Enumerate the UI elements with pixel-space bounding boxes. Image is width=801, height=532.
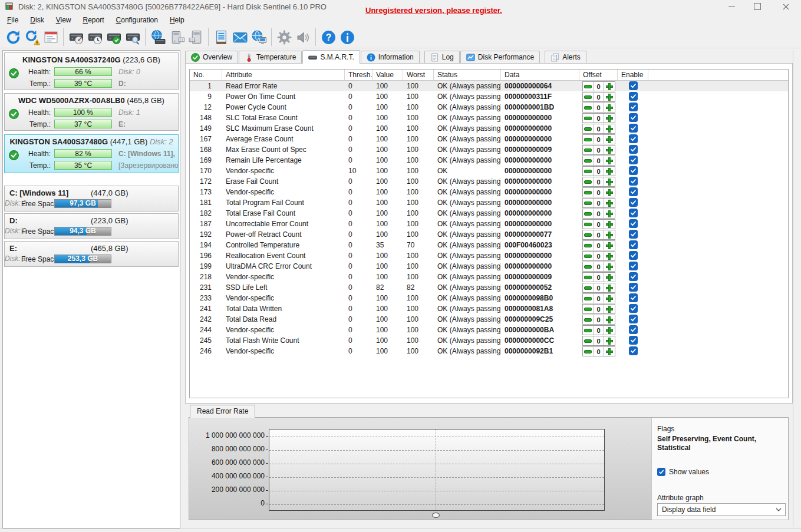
offset-decrease-button[interactable]	[583, 262, 594, 271]
offset-value[interactable]: 0	[594, 135, 604, 144]
enable-checkbox[interactable]	[629, 230, 638, 239]
tab-temperature[interactable]: Temperature	[239, 51, 302, 64]
offset-value[interactable]: 0	[594, 347, 604, 356]
report-window-icon[interactable]	[41, 28, 60, 47]
column-header[interactable]: Thresh...	[345, 70, 373, 80]
enable-checkbox[interactable]	[629, 177, 638, 186]
offset-increase-button[interactable]	[604, 124, 615, 133]
offset-value[interactable]: 0	[594, 220, 604, 229]
table-row[interactable]: 199UltraDMA CRC Error Count0100100OK (Al…	[190, 261, 788, 272]
offset-decrease-button[interactable]	[583, 252, 594, 260]
menu-file[interactable]: File	[1, 14, 24, 26]
table-row[interactable]: 245Total Flash Write Count0100100OK (Alw…	[190, 335, 788, 346]
offset-increase-button[interactable]	[604, 273, 615, 282]
attribute-graph-dropdown[interactable]: Display data field	[657, 503, 786, 516]
chart-slider-handle[interactable]	[432, 513, 440, 518]
offset-increase-button[interactable]	[604, 209, 615, 218]
column-header[interactable]: Value	[373, 70, 403, 80]
offset-value[interactable]: 0	[594, 336, 604, 345]
table-row[interactable]: 244Vendor-specific0100100OK (Always pass…	[190, 325, 788, 335]
offset-increase-button[interactable]	[604, 241, 615, 250]
offset-value[interactable]: 0	[594, 124, 604, 133]
offset-decrease-button[interactable]	[583, 199, 594, 207]
refresh-icon[interactable]	[4, 28, 22, 47]
enable-checkbox[interactable]	[629, 293, 638, 302]
column-header[interactable]: Status	[434, 70, 501, 80]
offset-increase-button[interactable]	[604, 347, 615, 356]
offset-increase-button[interactable]	[604, 167, 615, 176]
offset-value[interactable]: 0	[594, 315, 604, 324]
close-button[interactable]	[776, 0, 796, 13]
offset-value[interactable]: 0	[594, 262, 604, 271]
table-row[interactable]: 246Vendor-specific0100100OK (Always pass…	[190, 346, 788, 356]
maximize-button[interactable]	[747, 0, 767, 13]
offset-value[interactable]: 0	[594, 294, 604, 303]
offset-value[interactable]: 0	[594, 92, 604, 101]
enable-checkbox[interactable]	[629, 145, 638, 154]
enable-checkbox[interactable]	[629, 262, 638, 270]
offset-increase-button[interactable]	[604, 230, 615, 239]
offset-increase-button[interactable]	[604, 252, 615, 260]
offset-increase-button[interactable]	[604, 146, 615, 154]
offset-decrease-button[interactable]	[583, 230, 594, 239]
refresh-warning-icon[interactable]	[22, 28, 41, 47]
offset-increase-button[interactable]	[604, 315, 615, 324]
disk-test-icon[interactable]	[67, 28, 85, 47]
offset-value[interactable]: 0	[594, 177, 604, 186]
sound-icon[interactable]	[294, 28, 312, 47]
offset-decrease-button[interactable]	[583, 156, 594, 165]
show-values-checkbox[interactable]: Show values	[657, 468, 709, 476]
offset-decrease-button[interactable]	[583, 326, 594, 335]
partition-card[interactable]: E:(465,8 GB)Free Space253,3 GBDisk: 1	[4, 241, 179, 267]
enable-checkbox[interactable]	[629, 346, 638, 355]
offset-decrease-button[interactable]	[583, 241, 594, 250]
offset-increase-button[interactable]	[604, 103, 615, 112]
enable-checkbox[interactable]	[629, 166, 638, 175]
table-row[interactable]: 9Power On Time Count0100100OK (Always pa…	[190, 91, 788, 102]
table-row[interactable]: 187Uncorrectable Error Count0100100OK (A…	[190, 219, 788, 229]
table-row[interactable]: 148SLC Total Erase Count0100100OK (Alway…	[190, 113, 788, 123]
column-header[interactable]: Worst	[403, 70, 434, 80]
offset-value[interactable]: 0	[594, 114, 604, 123]
offset-value[interactable]: 0	[594, 199, 604, 207]
offset-value[interactable]: 0	[594, 252, 604, 260]
offset-decrease-button[interactable]	[583, 315, 594, 324]
table-row[interactable]: 167Average Erase Count0100100OK (Always …	[190, 134, 788, 144]
offset-decrease-button[interactable]	[583, 135, 594, 144]
tab-overview[interactable]: Overview	[185, 51, 238, 64]
offset-decrease-button[interactable]	[583, 82, 594, 91]
table-row[interactable]: 231SSD Life Left08282OK (Always passing)…	[190, 282, 788, 293]
disk-accept-icon[interactable]	[104, 28, 123, 47]
offset-value[interactable]: 0	[594, 273, 604, 282]
menu-help[interactable]: Help	[164, 14, 190, 26]
mail-icon[interactable]	[230, 28, 249, 47]
column-header[interactable]: No.	[190, 70, 222, 80]
offset-decrease-button[interactable]	[583, 209, 594, 218]
offset-value[interactable]: 0	[594, 82, 604, 91]
offset-value[interactable]: 0	[594, 188, 604, 197]
offset-value[interactable]: 0	[594, 209, 604, 218]
offset-increase-button[interactable]	[604, 114, 615, 123]
enable-checkbox[interactable]	[629, 283, 638, 292]
table-row[interactable]: 242Total Data Read0100100OK (Always pass…	[190, 314, 788, 325]
help-icon[interactable]: ?	[319, 28, 338, 47]
enable-checkbox[interactable]	[629, 251, 638, 260]
enable-checkbox[interactable]	[629, 92, 638, 101]
offset-increase-button[interactable]	[604, 283, 615, 292]
table-row[interactable]: 12Power Cycle Count0100100OK (Always pas…	[190, 102, 788, 113]
enable-checkbox[interactable]	[629, 272, 638, 281]
column-header[interactable]: Data	[501, 70, 579, 80]
disk-schedule-icon[interactable]	[85, 28, 104, 47]
disk-card[interactable]: KINGSTON SA400S37480G (447,1 GB) Disk: 2…	[4, 134, 179, 173]
offset-value[interactable]: 0	[594, 283, 604, 292]
network-icon[interactable]	[249, 28, 268, 47]
offset-increase-button[interactable]	[604, 92, 615, 101]
table-row[interactable]: 170Vendor-specific10100100OK000000000000…	[190, 166, 788, 176]
offset-increase-button[interactable]	[604, 82, 615, 91]
offset-decrease-button[interactable]	[583, 177, 594, 186]
enable-checkbox[interactable]	[629, 336, 638, 345]
table-row[interactable]: 182Total Erase Fail Count0100100OK (Alwa…	[190, 208, 788, 219]
table-row[interactable]: 169Remain Life Percentage0100100OK (Alwa…	[190, 155, 788, 166]
offset-decrease-button[interactable]	[583, 283, 594, 292]
table-row[interactable]: 1Read Error Rate0100100OK (Always passin…	[190, 81, 788, 91]
